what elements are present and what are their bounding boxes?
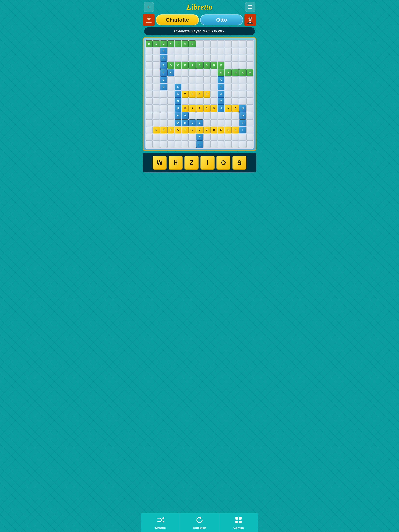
rack-tile[interactable]: W: [153, 156, 167, 170]
board-cell: E: [218, 62, 225, 69]
player1-avatar: [143, 14, 155, 26]
board-cell: N: [225, 105, 232, 112]
board-cell: [153, 141, 160, 148]
board-cell: [210, 141, 217, 148]
rematch-nav-item[interactable]: Rematch: [180, 513, 219, 532]
board-cell: [189, 141, 196, 148]
board-cell: [196, 83, 203, 90]
board-cell: [146, 98, 153, 105]
board-cell: [239, 76, 246, 83]
rack-tile[interactable]: Z: [185, 156, 199, 170]
board-cell: [225, 134, 232, 141]
board-cell: E: [189, 119, 196, 126]
board-cell: [210, 48, 217, 54]
board-cell: [146, 127, 153, 133]
board-cell: [189, 48, 196, 54]
board-cell: [239, 91, 246, 98]
rack-tile[interactable]: S: [232, 156, 246, 170]
player1-name-bar: Charlotte: [156, 14, 199, 25]
board-cell: N: [210, 62, 217, 69]
game-board-container: REUNIONASEOVERDONEPSDEGAMOSSETAYUCKACYHG…: [143, 37, 256, 151]
board-cell: [232, 48, 239, 54]
board-cell: O: [203, 62, 210, 69]
board-cell: [232, 112, 239, 119]
board-cell: [210, 55, 217, 62]
board-cell: [153, 91, 160, 98]
board-cell: [160, 119, 167, 126]
board-cell: [160, 112, 167, 119]
board-cell: [203, 134, 210, 141]
menu-button[interactable]: [245, 2, 255, 12]
rack-tile[interactable]: H: [168, 156, 183, 170]
rack-tile[interactable]: O: [216, 156, 231, 170]
board-cell: [153, 48, 160, 54]
games-nav-item[interactable]: Games: [219, 513, 258, 532]
board-cell: [246, 134, 253, 141]
board-cell: [174, 55, 181, 62]
board-cell: [182, 83, 189, 90]
board-cell: [167, 55, 174, 62]
board-cell: E: [153, 40, 160, 47]
board-cell: [203, 40, 210, 47]
board-cell: [167, 112, 174, 119]
svg-point-9: [249, 17, 251, 19]
board-cell: A: [239, 69, 246, 76]
board-cell: [232, 76, 239, 83]
board-cell: N: [189, 40, 196, 47]
shuffle-nav-item[interactable]: Shuffle: [141, 513, 180, 532]
board-cell: [189, 69, 196, 76]
board-cell: [153, 55, 160, 62]
svg-rect-2: [248, 8, 252, 9]
board-cell: N: [239, 105, 246, 112]
board-cell: [174, 76, 181, 83]
board-cell: [218, 141, 225, 148]
board-cell: A: [174, 127, 181, 133]
board-cell: P: [167, 127, 174, 133]
board-cell: [225, 76, 232, 83]
board-cell: I: [239, 127, 246, 133]
board-cell: [239, 98, 246, 105]
board-cell: [210, 112, 217, 119]
board-cell: [210, 69, 217, 76]
board-cell: C: [196, 91, 203, 98]
board-cell: [153, 105, 160, 112]
board-cell: [232, 55, 239, 62]
board-cell: C: [203, 105, 210, 112]
board-cell: [153, 134, 160, 141]
board-cell: [182, 55, 189, 62]
board-cell: T: [239, 119, 246, 126]
board-cell: A: [160, 48, 167, 54]
player1-name: Charlotte: [166, 17, 189, 23]
board-cell: S: [218, 76, 225, 83]
board-cell: [210, 119, 217, 126]
board-cell: [246, 55, 253, 62]
board-cell: [232, 119, 239, 126]
board-cell: A: [232, 127, 239, 133]
shuffle-label: Shuffle: [155, 526, 166, 530]
back-button[interactable]: [144, 2, 154, 12]
board-cell: [196, 48, 203, 54]
board-cell: [232, 91, 239, 98]
board-cell: [182, 69, 189, 76]
board-cell: P: [160, 69, 167, 76]
board-cell: [232, 83, 239, 90]
board-cell: S: [218, 105, 225, 112]
board-cell: R: [189, 62, 196, 69]
board-cell: [232, 98, 239, 105]
header: Libretto: [141, 0, 258, 14]
board-cell: [239, 141, 246, 148]
board-cell: [246, 119, 253, 126]
board-cell: [246, 83, 253, 90]
board-cell: [174, 134, 181, 141]
board-cell: [225, 119, 232, 126]
rack-tile[interactable]: I: [200, 156, 214, 170]
svg-rect-10: [235, 517, 238, 519]
board-cell: [225, 91, 232, 98]
board-cell: U: [160, 40, 167, 47]
player2-avatar: [244, 14, 256, 26]
board-cell: [246, 48, 253, 54]
board-cell: [210, 83, 217, 90]
board-cell: L: [196, 141, 203, 148]
rematch-icon: [196, 516, 203, 525]
board-cell: N: [167, 40, 174, 47]
